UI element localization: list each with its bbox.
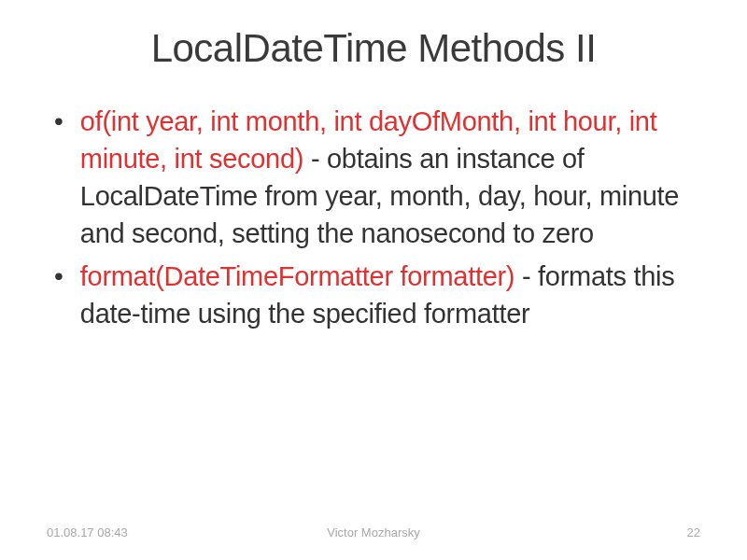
method-signature: format(DateTimeFormatter formatter) (80, 261, 514, 291)
bullet-item: • of(int year, int month, int dayOfMonth… (54, 103, 700, 252)
bullet-text: of(int year, int month, int dayOfMonth, … (80, 103, 700, 252)
bullet-text: format(DateTimeFormatter formatter) - fo… (80, 258, 700, 332)
bullet-marker-icon: • (54, 258, 63, 295)
slide-title: LocalDateTime Methods II (47, 26, 700, 71)
bullet-item: • format(DateTimeFormatter formatter) - … (54, 258, 700, 332)
bullet-marker-icon: • (54, 103, 63, 140)
footer-page: 22 (687, 525, 700, 539)
slide-footer: 01.08.17 08:43 Victor Mozharsky 22 (0, 525, 747, 539)
footer-date: 01.08.17 08:43 (47, 525, 128, 539)
slide-content: • of(int year, int month, int dayOfMonth… (47, 103, 700, 332)
footer-author: Victor Mozharsky (327, 525, 419, 539)
slide: LocalDateTime Methods II • of(int year, … (0, 0, 747, 560)
